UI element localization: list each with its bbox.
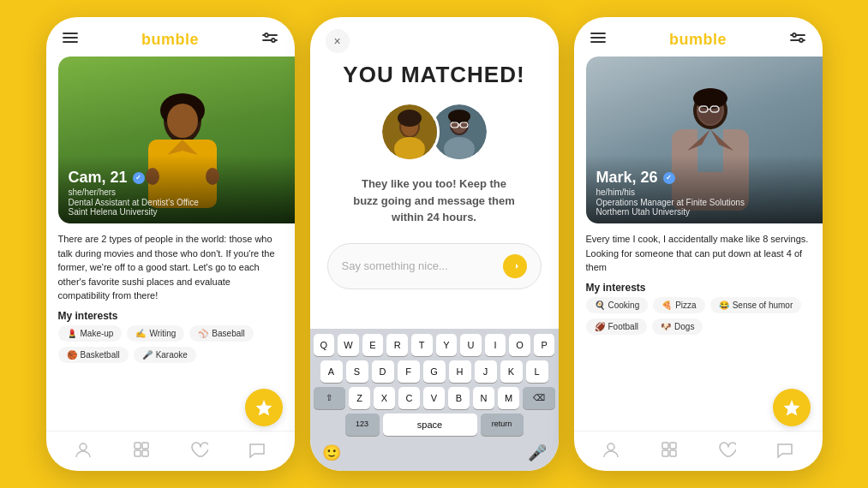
right-favorite-button[interactable]: [773, 389, 811, 426]
left-interests-section: My interests 💄Make-up ✍️Writing ⚾Basebal…: [58, 310, 283, 363]
keyboard-row-4: 123 space return: [314, 414, 555, 436]
right-interests-grid: 🍳Cooking 🍕Pizza 😂Sense of humor 🏈Footbal…: [586, 297, 811, 335]
key-x[interactable]: X: [374, 387, 395, 409]
key-f[interactable]: F: [398, 360, 420, 383]
key-b[interactable]: B: [448, 387, 470, 409]
key-p[interactable]: P: [534, 334, 555, 356]
send-button[interactable]: [503, 254, 527, 278]
svg-point-57: [608, 443, 614, 450]
svg-rect-59: [670, 443, 676, 449]
key-g[interactable]: G: [423, 360, 446, 383]
left-header: bumble: [46, 17, 295, 57]
right-school: Northern Utah University: [596, 207, 745, 217]
svg-rect-60: [662, 450, 668, 456]
interest-writing: ✍️Writing: [127, 325, 184, 342]
right-bio: Every time I cook, I accidentally make l…: [586, 232, 811, 275]
key-h[interactable]: H: [449, 360, 471, 383]
left-phone: bumble: [46, 17, 295, 471]
nav-chat-icon[interactable]: [246, 438, 268, 461]
key-t[interactable]: T: [411, 334, 433, 356]
interest-baseball: ⚾Baseball: [189, 325, 253, 342]
svg-point-11: [167, 104, 198, 138]
svg-rect-19: [135, 443, 141, 449]
left-profile-info: Cam, 21 ✓ she/her/hers Dental Assistant …: [69, 169, 199, 217]
right-job: Operations Manager at Finite Solutions: [596, 198, 745, 207]
svg-rect-61: [670, 450, 676, 456]
svg-marker-17: [255, 400, 272, 416]
interest-makeup: 💄Make-up: [58, 325, 123, 342]
right-app-title: bumble: [669, 31, 727, 49]
right-menu-icon[interactable]: [590, 29, 607, 50]
left-profile-image: Cam, 21 ✓ she/her/hers Dental Assistant …: [58, 57, 295, 223]
right-filter-icon[interactable]: [789, 29, 806, 50]
key-s[interactable]: S: [346, 360, 368, 383]
left-school: Saint Helena University: [69, 207, 199, 217]
key-y[interactable]: Y: [436, 334, 458, 356]
left-interests-grid: 💄Make-up ✍️Writing ⚾Baseball 🏀Basketball…: [58, 325, 283, 363]
key-z[interactable]: Z: [349, 387, 370, 409]
input-placeholder: Say something nice...: [342, 259, 448, 272]
match-avatar-left: [380, 102, 440, 162]
right-interests-title: My interests: [586, 282, 811, 294]
right-nav-profile-icon[interactable]: [600, 438, 622, 461]
key-a[interactable]: A: [320, 360, 343, 383]
key-o[interactable]: O: [509, 334, 530, 356]
key-k[interactable]: K: [500, 360, 523, 383]
right-nav: [574, 431, 823, 471]
left-nav: [46, 431, 295, 471]
left-interests-title: My interests: [58, 310, 283, 322]
message-input-area: Say something nice...: [327, 243, 542, 289]
nav-heart-icon[interactable]: [188, 438, 210, 461]
match-title: YOU MATCHED!: [343, 62, 524, 88]
svg-point-31: [448, 110, 470, 123]
svg-rect-21: [135, 450, 141, 456]
interest-dogs: 🐶Dogs: [652, 318, 703, 335]
nav-profile-icon[interactable]: [72, 438, 94, 461]
favorite-button[interactable]: [245, 389, 283, 426]
right-nav-chat-icon[interactable]: [774, 438, 796, 461]
key-w[interactable]: W: [338, 334, 359, 356]
middle-phone: × YOU MATCHED!: [310, 17, 559, 471]
key-i[interactable]: I: [485, 334, 506, 356]
key-delete[interactable]: ⌫: [523, 387, 555, 409]
key-space[interactable]: space: [383, 414, 477, 436]
right-profile-info: Mark, 26 ✓ he/him/his Operations Manager…: [596, 169, 745, 217]
key-shift[interactable]: ⇧: [314, 387, 346, 409]
key-j[interactable]: J: [475, 360, 497, 383]
right-profile-name: Mark, 26 ✓: [596, 169, 745, 187]
app-title: bumble: [141, 31, 199, 49]
filter-icon[interactable]: [261, 29, 278, 50]
key-return[interactable]: return: [481, 414, 524, 436]
verified-badge: ✓: [133, 172, 145, 184]
left-profile-name: Cam, 21 ✓: [69, 169, 199, 187]
key-m[interactable]: M: [498, 387, 519, 409]
key-d[interactable]: D: [372, 360, 394, 383]
message-input[interactable]: Say something nice...: [327, 243, 542, 289]
menu-icon[interactable]: [62, 29, 79, 50]
right-verified-badge: ✓: [663, 172, 675, 184]
interest-football: 🏈Football: [586, 318, 648, 335]
key-v[interactable]: V: [423, 387, 445, 409]
interest-humor: 😂Sense of humor: [710, 297, 802, 313]
svg-rect-58: [662, 443, 668, 449]
keyboard: Q W E R T Y U I O P A S D F G H J K L ⇧ …: [310, 329, 559, 471]
interest-karaoke: 🎤Karaoke: [134, 347, 196, 363]
key-q[interactable]: Q: [314, 334, 335, 356]
close-button[interactable]: ×: [326, 29, 350, 53]
right-profile-image: Mark, 26 ✓ he/him/his Operations Manager…: [586, 57, 823, 223]
right-nav-heart-icon[interactable]: [715, 438, 738, 461]
emoji-icon[interactable]: 🙂: [322, 443, 341, 462]
key-c[interactable]: C: [398, 387, 420, 409]
key-123[interactable]: 123: [345, 414, 380, 436]
key-l[interactable]: L: [526, 360, 548, 383]
interest-cooking: 🍳Cooking: [586, 297, 649, 313]
mic-icon[interactable]: 🎤: [528, 443, 547, 462]
key-n[interactable]: N: [473, 387, 494, 409]
match-content: YOU MATCHED!: [310, 53, 559, 329]
nav-menu-icon[interactable]: [130, 438, 153, 461]
key-u[interactable]: U: [460, 334, 482, 356]
match-subtitle: They like you too! Keep the buzz going a…: [349, 176, 520, 226]
right-nav-menu-icon[interactable]: [658, 438, 680, 461]
key-r[interactable]: R: [386, 334, 408, 356]
key-e[interactable]: E: [362, 334, 384, 356]
